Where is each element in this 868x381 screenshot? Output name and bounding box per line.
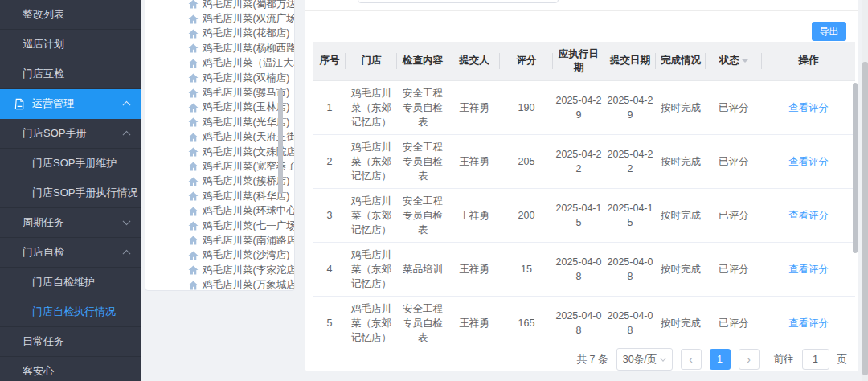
column-header-label: 完成情况 bbox=[661, 55, 701, 66]
divider bbox=[305, 10, 858, 11]
store-tree-node[interactable]: 鸡毛店川菜(玉林店) bbox=[145, 100, 294, 115]
sidebar-item-3[interactable]: 运营管理 bbox=[0, 89, 141, 119]
column-header-4: 评分 bbox=[500, 42, 553, 80]
cell-value: 王祥勇 bbox=[459, 210, 489, 221]
page-size-value: 30条/页 bbox=[623, 353, 657, 367]
main-panel: 导出 序号门店检查内容提交人评分应执行日期提交日期完成情况状态操作 1鸡毛店川菜… bbox=[305, 0, 858, 371]
store-tree-node[interactable]: 鸡毛店川菜(花都店) bbox=[145, 27, 294, 41]
cell-due: 2025-04-15 bbox=[553, 188, 604, 242]
sidebar-item-8[interactable]: 门店自检 bbox=[0, 238, 141, 268]
chevron-up-icon bbox=[123, 101, 131, 109]
page-number-1[interactable]: 1 bbox=[710, 349, 731, 370]
store-tree-node[interactable]: 鸡毛店川菜(文殊院店) bbox=[145, 145, 294, 159]
cell-action: 查看评分 bbox=[762, 242, 855, 296]
inspection-table: 序号门店检查内容提交人评分应执行日期提交日期完成情况状态操作 1鸡毛店川菜（东郊… bbox=[313, 42, 855, 350]
cell-store: 鸡毛店川菜（东郊记忆店） bbox=[346, 80, 397, 134]
cell-content: 菜品培训 bbox=[397, 242, 448, 296]
cell-no: 2 bbox=[313, 134, 346, 188]
store-name: 鸡毛店川菜(蜀都万达... bbox=[203, 0, 295, 11]
cell-value: 3 bbox=[327, 210, 333, 221]
filter-input-partial[interactable] bbox=[358, 0, 559, 3]
prev-page-button[interactable]: ‹ bbox=[681, 349, 702, 370]
store-tree-node[interactable]: 鸡毛店川菜（温江大... bbox=[145, 56, 294, 71]
store-tree-node[interactable]: 鸡毛店川菜(光华店) bbox=[145, 115, 294, 129]
store-tree-node[interactable]: 鸡毛店川菜(宽窄巷子... bbox=[145, 159, 294, 174]
goto-page-input[interactable] bbox=[802, 349, 829, 370]
sidebar-item-5[interactable]: 门店SOP手册维护 bbox=[0, 149, 141, 178]
cell-completion: 按时完成 bbox=[656, 134, 706, 188]
store-tree-scrollbar[interactable] bbox=[278, 89, 283, 194]
table-row: 1鸡毛店川菜（东郊记忆店）安全工程专员自检表王祥勇1902025-04-2920… bbox=[313, 80, 855, 134]
cell-due: 2025-04-29 bbox=[553, 80, 604, 134]
chevron-up-icon bbox=[123, 131, 131, 139]
cell-value: 2025-04-29 bbox=[556, 95, 602, 121]
store-tree-node[interactable]: 鸡毛店川菜(南浦路店) bbox=[145, 233, 294, 248]
cell-value: 190 bbox=[518, 102, 535, 113]
cell-value: 2025-04-15 bbox=[608, 203, 653, 228]
column-header-8[interactable]: 状态 bbox=[706, 42, 762, 80]
store-tree-node[interactable]: 鸡毛店川菜(杨柳西路... bbox=[145, 41, 294, 55]
sidebar-item-12[interactable]: 客安心 bbox=[0, 357, 141, 381]
store-tree-node[interactable]: 鸡毛店川菜(沙湾店) bbox=[145, 248, 294, 263]
house-icon bbox=[188, 117, 199, 127]
store-tree-node[interactable]: 鸡毛店川菜(双流广场... bbox=[145, 11, 294, 26]
view-score-link[interactable]: 查看评分 bbox=[788, 210, 829, 221]
cell-completion: 按时完成 bbox=[656, 242, 706, 296]
cell-submitted: 2025-04-15 bbox=[604, 188, 656, 242]
cell-value: 按时完成 bbox=[661, 156, 701, 167]
cell-content: 安全工程专员自检表 bbox=[397, 296, 448, 350]
cell-submitter: 王祥勇 bbox=[448, 296, 500, 350]
app-root: 整改列表巡店计划门店互检运营管理门店SOP手册门店SOP手册维护门店SOP手册执… bbox=[0, 0, 868, 381]
store-tree-node[interactable]: 鸡毛店川菜(骡马市) bbox=[145, 85, 294, 100]
view-score-link[interactable]: 查看评分 bbox=[788, 102, 829, 113]
page-size-select[interactable]: 30条/页 bbox=[616, 348, 673, 371]
sidebar-item-10[interactable]: 门店自检执行情况 bbox=[0, 297, 141, 327]
next-page-button[interactable]: › bbox=[739, 349, 760, 370]
cell-value: 2025-04-08 bbox=[556, 310, 602, 336]
sidebar-item-7[interactable]: 周期任务 bbox=[0, 208, 141, 238]
house-icon bbox=[188, 265, 199, 275]
view-score-link[interactable]: 查看评分 bbox=[788, 264, 829, 275]
store-tree-node[interactable]: 鸡毛店川菜(蜀都万达... bbox=[145, 0, 294, 11]
sidebar-item-9[interactable]: 门店自检维护 bbox=[0, 268, 141, 297]
sidebar-item-4[interactable]: 门店SOP手册 bbox=[0, 119, 141, 149]
house-icon bbox=[188, 236, 199, 245]
cell-value: 2025-04-15 bbox=[556, 203, 602, 228]
sidebar-item-0[interactable]: 整改列表 bbox=[0, 0, 141, 30]
store-tree-node[interactable]: 鸡毛店川菜(天府三街... bbox=[145, 130, 294, 145]
sidebar-item-2[interactable]: 门店互检 bbox=[0, 59, 141, 89]
document-icon bbox=[14, 98, 26, 110]
cell-completion: 按时完成 bbox=[656, 296, 706, 350]
store-tree-node[interactable]: 鸡毛店川菜(李家沱店) bbox=[145, 263, 294, 277]
store-tree-node[interactable]: 鸡毛店川菜(环球中心... bbox=[145, 203, 294, 218]
house-icon bbox=[188, 0, 199, 9]
store-tree-node[interactable]: 鸡毛店川菜(双楠店) bbox=[145, 71, 294, 85]
table-scrollbar[interactable] bbox=[853, 83, 858, 253]
store-name: 鸡毛店川菜(簇桥店) bbox=[203, 174, 289, 188]
cell-no: 1 bbox=[313, 80, 346, 134]
store-tree-node[interactable]: 鸡毛店川菜(科华店) bbox=[145, 189, 294, 203]
view-score-link[interactable]: 查看评分 bbox=[788, 156, 829, 167]
sidebar-item-1[interactable]: 巡店计划 bbox=[0, 30, 141, 59]
store-name: 鸡毛店川菜(环球中心... bbox=[203, 204, 295, 218]
page-scrollbar-thumb[interactable] bbox=[862, 62, 868, 375]
sidebar-item-6[interactable]: 门店SOP手册执行情况 bbox=[0, 178, 141, 208]
store-tree-node[interactable]: 鸡毛店川菜(七一广场... bbox=[145, 219, 294, 233]
cell-value: 鸡毛店川菜（东郊记忆店） bbox=[351, 88, 391, 128]
cell-value: 15 bbox=[521, 264, 532, 275]
cell-value: 鸡毛店川菜（东郊记忆店） bbox=[351, 195, 391, 236]
cell-value: 安全工程专员自检表 bbox=[403, 195, 443, 236]
content-area: 鸡毛店川菜(蜀都万达...鸡毛店川菜(双流广场...鸡毛店川菜(花都店)鸡毛店川… bbox=[141, 0, 868, 381]
column-header-label: 操作 bbox=[799, 55, 819, 66]
view-score-link[interactable]: 查看评分 bbox=[788, 318, 829, 329]
cell-value: 已评分 bbox=[719, 102, 749, 113]
page-scrollbar[interactable] bbox=[862, 0, 868, 381]
table-header-row: 序号门店检查内容提交人评分应执行日期提交日期完成情况状态操作 bbox=[313, 42, 855, 80]
sidebar-item-11[interactable]: 日常任务 bbox=[0, 327, 141, 357]
cell-value: 200 bbox=[518, 210, 535, 221]
house-icon bbox=[188, 251, 199, 260]
export-button[interactable]: 导出 bbox=[812, 22, 846, 41]
store-tree-node[interactable]: 鸡毛店川菜(万象城店) bbox=[145, 277, 294, 291]
store-tree-node[interactable]: 鸡毛店川菜(簇桥店) bbox=[145, 174, 294, 189]
cell-store: 鸡毛店川菜（东郊记忆店） bbox=[346, 242, 397, 296]
